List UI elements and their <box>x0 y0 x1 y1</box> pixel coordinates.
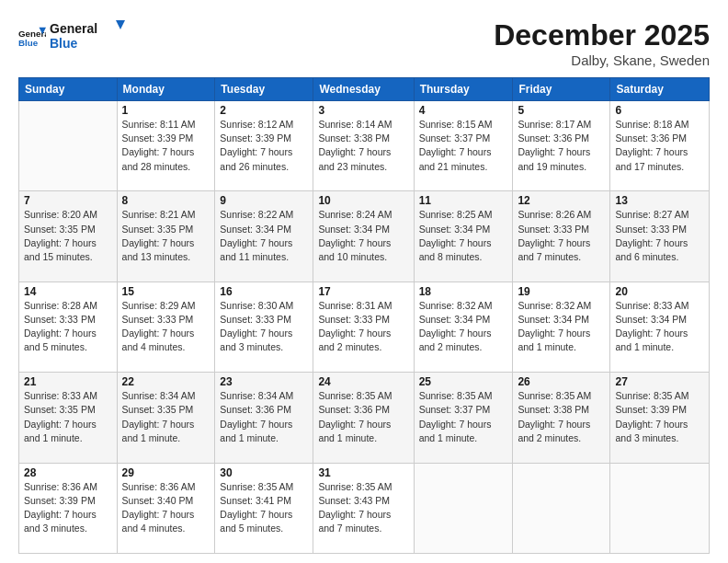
day-number: 25 <box>419 375 508 388</box>
day-info: Sunrise: 8:26 AM Sunset: 3:33 PM Dayligh… <box>518 208 605 264</box>
day-info: Sunrise: 8:27 AM Sunset: 3:33 PM Dayligh… <box>615 208 704 264</box>
page: General Blue General Blue December 2025 … <box>0 0 728 563</box>
weekday-header-monday: Monday <box>117 78 215 101</box>
calendar-week-row: 1Sunrise: 8:11 AM Sunset: 3:39 PM Daylig… <box>19 101 710 191</box>
day-number: 26 <box>518 375 605 388</box>
calendar-day-22: 22Sunrise: 8:34 AM Sunset: 3:35 PM Dayli… <box>117 373 215 463</box>
day-number: 13 <box>615 194 704 207</box>
day-number: 3 <box>318 104 408 117</box>
day-number: 27 <box>615 375 704 388</box>
calendar-day-18: 18Sunrise: 8:32 AM Sunset: 3:34 PM Dayli… <box>414 282 513 372</box>
calendar-day-2: 2Sunrise: 8:12 AM Sunset: 3:39 PM Daylig… <box>215 101 313 191</box>
calendar-day-16: 16Sunrise: 8:30 AM Sunset: 3:33 PM Dayli… <box>215 282 313 372</box>
calendar-empty-cell <box>414 463 513 553</box>
logo: General Blue General Blue <box>18 18 132 57</box>
calendar-empty-cell <box>610 463 710 553</box>
day-info: Sunrise: 8:11 AM Sunset: 3:39 PM Dayligh… <box>122 118 210 174</box>
calendar-day-31: 31Sunrise: 8:35 AM Sunset: 3:43 PM Dayli… <box>313 463 414 553</box>
header: General Blue General Blue December 2025 … <box>18 18 710 68</box>
day-info: Sunrise: 8:28 AM Sunset: 3:33 PM Dayligh… <box>24 299 112 355</box>
day-number: 5 <box>518 104 605 117</box>
calendar-empty-cell <box>19 101 118 191</box>
calendar-day-26: 26Sunrise: 8:35 AM Sunset: 3:38 PM Dayli… <box>513 373 610 463</box>
day-info: Sunrise: 8:35 AM Sunset: 3:39 PM Dayligh… <box>615 389 704 445</box>
day-number: 1 <box>122 104 210 117</box>
calendar-day-3: 3Sunrise: 8:14 AM Sunset: 3:38 PM Daylig… <box>313 101 414 191</box>
day-number: 19 <box>518 285 605 298</box>
day-number: 24 <box>318 375 408 388</box>
day-number: 14 <box>24 285 112 298</box>
calendar-day-10: 10Sunrise: 8:24 AM Sunset: 3:34 PM Dayli… <box>313 191 414 282</box>
day-number: 28 <box>24 466 112 479</box>
calendar-day-17: 17Sunrise: 8:31 AM Sunset: 3:33 PM Dayli… <box>313 282 414 372</box>
day-info: Sunrise: 8:25 AM Sunset: 3:34 PM Dayligh… <box>419 208 508 264</box>
calendar-day-7: 7Sunrise: 8:20 AM Sunset: 3:35 PM Daylig… <box>19 191 118 282</box>
day-info: Sunrise: 8:34 AM Sunset: 3:35 PM Dayligh… <box>122 389 210 445</box>
weekday-header-sunday: Sunday <box>19 78 118 101</box>
calendar-day-27: 27Sunrise: 8:35 AM Sunset: 3:39 PM Dayli… <box>610 373 710 463</box>
day-info: Sunrise: 8:18 AM Sunset: 3:36 PM Dayligh… <box>615 118 704 174</box>
day-info: Sunrise: 8:36 AM Sunset: 3:40 PM Dayligh… <box>122 480 210 536</box>
day-number: 16 <box>220 285 308 298</box>
calendar-week-row: 7Sunrise: 8:20 AM Sunset: 3:35 PM Daylig… <box>19 191 710 282</box>
calendar-empty-cell <box>513 463 610 553</box>
weekday-header-row: SundayMondayTuesdayWednesdayThursdayFrid… <box>19 78 710 101</box>
calendar-day-19: 19Sunrise: 8:32 AM Sunset: 3:34 PM Dayli… <box>513 282 610 372</box>
calendar-day-21: 21Sunrise: 8:33 AM Sunset: 3:35 PM Dayli… <box>19 373 118 463</box>
day-info: Sunrise: 8:31 AM Sunset: 3:33 PM Dayligh… <box>318 299 408 355</box>
day-number: 2 <box>220 104 308 117</box>
day-info: Sunrise: 8:24 AM Sunset: 3:34 PM Dayligh… <box>318 208 408 264</box>
svg-text:Blue: Blue <box>18 38 39 48</box>
calendar-day-23: 23Sunrise: 8:34 AM Sunset: 3:36 PM Dayli… <box>215 373 313 463</box>
calendar-day-13: 13Sunrise: 8:27 AM Sunset: 3:33 PM Dayli… <box>610 191 710 282</box>
logo-icon: General Blue <box>18 24 46 52</box>
day-number: 12 <box>518 194 605 207</box>
day-info: Sunrise: 8:35 AM Sunset: 3:37 PM Dayligh… <box>419 389 508 445</box>
day-info: Sunrise: 8:33 AM Sunset: 3:35 PM Dayligh… <box>24 389 112 445</box>
calendar-day-9: 9Sunrise: 8:22 AM Sunset: 3:34 PM Daylig… <box>215 191 313 282</box>
weekday-header-wednesday: Wednesday <box>313 78 414 101</box>
day-info: Sunrise: 8:32 AM Sunset: 3:34 PM Dayligh… <box>419 299 508 355</box>
day-number: 30 <box>220 466 308 479</box>
day-info: Sunrise: 8:29 AM Sunset: 3:33 PM Dayligh… <box>122 299 210 355</box>
day-info: Sunrise: 8:14 AM Sunset: 3:38 PM Dayligh… <box>318 118 408 174</box>
day-number: 31 <box>318 466 408 479</box>
weekday-header-thursday: Thursday <box>414 78 513 101</box>
page-subtitle: Dalby, Skane, Sweden <box>494 52 710 68</box>
calendar-week-row: 14Sunrise: 8:28 AM Sunset: 3:33 PM Dayli… <box>19 282 710 372</box>
weekday-header-saturday: Saturday <box>610 78 710 101</box>
day-number: 21 <box>24 375 112 388</box>
day-number: 11 <box>419 194 508 207</box>
logo-graphic: General Blue <box>50 18 132 53</box>
day-info: Sunrise: 8:17 AM Sunset: 3:36 PM Dayligh… <box>518 118 605 174</box>
calendar-day-29: 29Sunrise: 8:36 AM Sunset: 3:40 PM Dayli… <box>117 463 215 553</box>
day-info: Sunrise: 8:35 AM Sunset: 3:43 PM Dayligh… <box>318 480 408 536</box>
day-info: Sunrise: 8:12 AM Sunset: 3:39 PM Dayligh… <box>220 118 308 174</box>
day-info: Sunrise: 8:32 AM Sunset: 3:34 PM Dayligh… <box>518 299 605 355</box>
title-block: December 2025 Dalby, Skane, Sweden <box>494 18 710 68</box>
day-number: 10 <box>318 194 408 207</box>
calendar-day-14: 14Sunrise: 8:28 AM Sunset: 3:33 PM Dayli… <box>19 282 118 372</box>
day-number: 23 <box>220 375 308 388</box>
calendar-day-28: 28Sunrise: 8:36 AM Sunset: 3:39 PM Dayli… <box>19 463 118 553</box>
day-number: 8 <box>122 194 210 207</box>
day-number: 22 <box>122 375 210 388</box>
day-info: Sunrise: 8:35 AM Sunset: 3:41 PM Dayligh… <box>220 480 308 536</box>
calendar-day-4: 4Sunrise: 8:15 AM Sunset: 3:37 PM Daylig… <box>414 101 513 191</box>
day-number: 9 <box>220 194 308 207</box>
calendar-table: SundayMondayTuesdayWednesdayThursdayFrid… <box>18 77 710 554</box>
day-number: 18 <box>419 285 508 298</box>
calendar-day-11: 11Sunrise: 8:25 AM Sunset: 3:34 PM Dayli… <box>414 191 513 282</box>
day-number: 4 <box>419 104 508 117</box>
day-info: Sunrise: 8:35 AM Sunset: 3:38 PM Dayligh… <box>518 389 605 445</box>
svg-text:General: General <box>50 21 97 36</box>
calendar-day-8: 8Sunrise: 8:21 AM Sunset: 3:35 PM Daylig… <box>117 191 215 282</box>
day-info: Sunrise: 8:15 AM Sunset: 3:37 PM Dayligh… <box>419 118 508 174</box>
calendar-day-25: 25Sunrise: 8:35 AM Sunset: 3:37 PM Dayli… <box>414 373 513 463</box>
calendar-day-30: 30Sunrise: 8:35 AM Sunset: 3:41 PM Dayli… <box>215 463 313 553</box>
day-info: Sunrise: 8:30 AM Sunset: 3:33 PM Dayligh… <box>220 299 308 355</box>
day-number: 6 <box>615 104 704 117</box>
calendar-day-5: 5Sunrise: 8:17 AM Sunset: 3:36 PM Daylig… <box>513 101 610 191</box>
day-info: Sunrise: 8:33 AM Sunset: 3:34 PM Dayligh… <box>615 299 704 355</box>
day-info: Sunrise: 8:20 AM Sunset: 3:35 PM Dayligh… <box>24 208 112 264</box>
